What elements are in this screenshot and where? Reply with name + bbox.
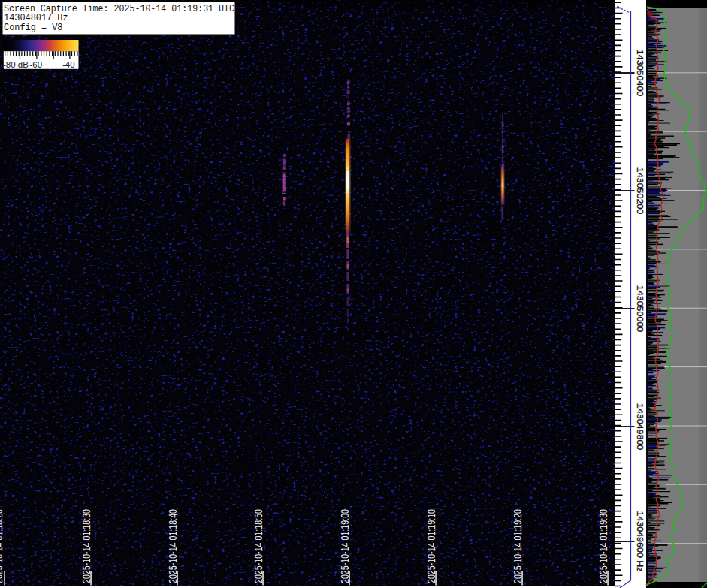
svg-text:-60: -60 [29, 60, 42, 69]
svg-text:143050000: 143050000 [636, 285, 645, 333]
svg-text:143049800: 143049800 [636, 403, 645, 451]
svg-text:2025-10-14 01:19:00: 2025-10-14 01:19:00 [340, 509, 351, 583]
svg-text:2025-10-14 01:19:10: 2025-10-14 01:19:10 [426, 509, 437, 583]
svg-text:Config = V8: Config = V8 [4, 23, 63, 33]
svg-text:143050200: 143050200 [636, 167, 645, 214]
svg-text:2025-10-14 01:18:40: 2025-10-14 01:18:40 [168, 509, 179, 583]
svg-text:2025-10-14 01:19:30: 2025-10-14 01:19:30 [598, 509, 609, 583]
svg-text:143049600 Hz: 143049600 Hz [636, 511, 645, 572]
svg-text:2025-10-14 01:19:20: 2025-10-14 01:19:20 [512, 509, 524, 583]
svg-text:-80 dB: -80 dB [3, 60, 29, 69]
svg-text:2025-10-14 01:18:20: 2025-10-14 01:18:20 [0, 509, 5, 583]
svg-text:143050400: 143050400 [636, 50, 645, 97]
svg-text:-40: -40 [62, 60, 75, 69]
svg-text:2025-10-14 01:18:30: 2025-10-14 01:18:30 [81, 509, 92, 583]
svg-text:2025-10-14 01:18:50: 2025-10-14 01:18:50 [253, 509, 264, 583]
